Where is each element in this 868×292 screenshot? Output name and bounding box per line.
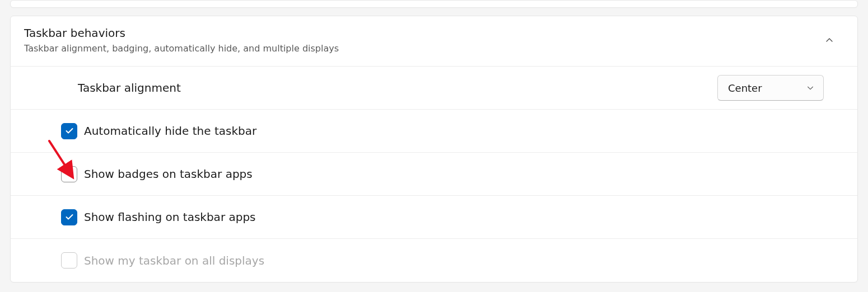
auto-hide-row: Automatically hide the taskbar	[11, 110, 857, 153]
chevron-down-icon	[806, 82, 814, 94]
taskbar-alignment-value: Center	[728, 82, 762, 94]
all-displays-checkbox	[61, 252, 77, 269]
chevron-up-icon	[824, 35, 835, 46]
taskbar-alignment-label: Taskbar alignment	[78, 81, 181, 95]
badges-checkbox[interactable]	[61, 166, 77, 182]
taskbar-behaviors-header[interactable]: Taskbar behaviors Taskbar alignment, bad…	[11, 16, 857, 67]
all-displays-label: Show my taskbar on all displays	[84, 254, 264, 267]
flashing-label: Show flashing on taskbar apps	[84, 210, 256, 224]
previous-section-card-stub	[10, 0, 858, 8]
badges-label: Show badges on taskbar apps	[84, 167, 253, 181]
taskbar-alignment-select[interactable]: Center	[717, 75, 824, 101]
flashing-row: Show flashing on taskbar apps	[11, 196, 857, 239]
auto-hide-checkbox[interactable]	[61, 123, 77, 139]
badges-row: Show badges on taskbar apps	[11, 153, 857, 196]
auto-hide-label: Automatically hide the taskbar	[84, 124, 256, 138]
taskbar-alignment-row: Taskbar alignment Center	[11, 67, 857, 110]
section-title: Taskbar behaviors	[24, 26, 339, 40]
section-subtitle: Taskbar alignment, badging, automaticall…	[24, 43, 339, 54]
taskbar-behaviors-card: Taskbar behaviors Taskbar alignment, bad…	[10, 16, 858, 282]
all-displays-row: Show my taskbar on all displays	[11, 239, 857, 282]
flashing-checkbox[interactable]	[61, 209, 77, 225]
